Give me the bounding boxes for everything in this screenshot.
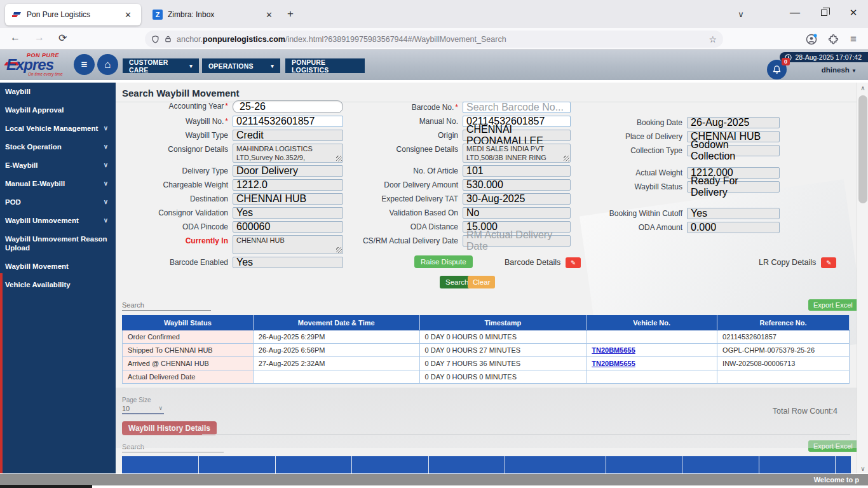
movement-table-search[interactable] bbox=[122, 299, 211, 311]
field-no-of-article[interactable]: 101 bbox=[463, 165, 571, 177]
chevron-down-icon: ∨ bbox=[104, 124, 111, 132]
export-excel-button-history[interactable]: Export Excel bbox=[808, 440, 857, 452]
column-header-vehicle-no[interactable]: Vehicle No. bbox=[587, 316, 717, 330]
column-header-movement-date-time[interactable]: Movement Date & Time bbox=[253, 316, 419, 330]
nav-ponpure-logistics[interactable]: PONPURE LOGISTICS bbox=[285, 58, 365, 73]
export-excel-button[interactable]: Export Excel bbox=[808, 299, 857, 311]
field-cs-rm-actual-delivery-date[interactable]: RM Actual Delivery Date bbox=[463, 235, 571, 247]
label-consignee-details: Consignee Details bbox=[356, 144, 463, 154]
field-waybill-type[interactable]: Credit bbox=[233, 130, 343, 141]
page-scrollbar[interactable]: ∧ ∨ bbox=[857, 83, 868, 473]
field-destination[interactable]: CHENNAI HUB bbox=[233, 193, 343, 205]
forward-icon[interactable]: → bbox=[34, 32, 44, 43]
shield-icon[interactable] bbox=[151, 35, 159, 44]
history-column-header bbox=[836, 456, 851, 473]
column-header-reference-no[interactable]: Reference No. bbox=[717, 316, 850, 330]
field-currently-in[interactable]: CHENNAI HUB bbox=[233, 235, 343, 254]
notification-bell-icon[interactable]: 0 bbox=[767, 60, 787, 79]
field-validation-based-on[interactable]: No bbox=[463, 207, 571, 219]
scroll-down-icon[interactable]: ∨ bbox=[857, 463, 868, 473]
tab-zimbra-inbox[interactable]: Z Zimbra: Inbox ✕ bbox=[146, 4, 282, 25]
clear-button[interactable]: Clear bbox=[468, 276, 495, 288]
scrollbar-thumb[interactable] bbox=[858, 95, 867, 203]
field-waybill-no[interactable]: 02114532601857 bbox=[233, 116, 343, 127]
window-restore-button[interactable] bbox=[810, 0, 839, 25]
field-accounting-year[interactable]: 25-26 bbox=[233, 100, 343, 113]
sidebar-item-local-vehicle-management[interactable]: Local Vehicle Management∨ bbox=[0, 119, 116, 138]
table-row: Shipped To CHENNAI HUB26-Aug-2025 6:56PM… bbox=[123, 344, 850, 357]
scroll-up-icon[interactable]: ∧ bbox=[857, 83, 868, 93]
page-size-select[interactable]: 10∨ bbox=[122, 403, 164, 414]
history-column-header bbox=[505, 456, 606, 473]
sidebar-item-manual-e-waybill[interactable]: Manual E-Waybill∨ bbox=[0, 175, 116, 193]
sidebar-item-waybill-unmovement-reason-upload[interactable]: Waybill Unmovement Reason Upload bbox=[0, 230, 116, 258]
sidebar-item-e-waybill[interactable]: E-Waybill∨ bbox=[0, 156, 116, 175]
field-expected-delivery-tat[interactable]: 30-Aug-2025 bbox=[463, 193, 571, 205]
sidebar-item-stock-operation[interactable]: Stock Operation∨ bbox=[0, 138, 116, 156]
nav-operations[interactable]: OPERATIONS▾ bbox=[202, 58, 280, 73]
label-cs-rm-actual-delivery-date: CS/RM Actual Delivery Date bbox=[356, 235, 463, 245]
barcode-details-edit-icon[interactable]: ✎ bbox=[566, 257, 581, 268]
sidebar-item-pod[interactable]: POD∨ bbox=[0, 193, 116, 212]
raise-dispute-button[interactable]: Raise Dispute bbox=[414, 255, 473, 268]
column-header-timestamp[interactable]: Timestamp bbox=[419, 316, 587, 330]
bookmark-star-icon[interactable]: ☆ bbox=[709, 34, 717, 44]
field-consignor-validation[interactable]: Yes bbox=[233, 207, 343, 219]
field-collection-type[interactable]: Godown Collection bbox=[687, 145, 780, 156]
field-chargeable-weight[interactable]: 1212.0 bbox=[233, 179, 343, 191]
column-header-waybill-status[interactable]: Waybill Status bbox=[123, 316, 254, 330]
tab-list-chevron-icon[interactable]: ∨ bbox=[728, 1, 754, 27]
tab-pon-pure-logistics[interactable]: Pon Pure Logistics ✕ bbox=[5, 4, 141, 25]
tab-title: Pon Pure Logistics bbox=[27, 10, 121, 19]
ponpure-favicon-icon bbox=[11, 10, 22, 20]
field-booking-date[interactable]: 26-Aug-2025 bbox=[687, 117, 780, 128]
label-origin: Origin bbox=[356, 130, 463, 140]
field-door-delivery-amount[interactable]: 530.000 bbox=[463, 179, 571, 191]
label-actual-weight: Actual Weight bbox=[575, 167, 687, 177]
sidebar-item-waybill-movement[interactable]: Waybill Movement bbox=[0, 257, 116, 276]
extensions-puzzle-icon[interactable] bbox=[824, 30, 843, 48]
lr-copy-details-edit-icon[interactable]: ✎ bbox=[821, 257, 836, 268]
menu-hamburger-icon[interactable]: ≡ bbox=[844, 30, 863, 48]
user-menu[interactable]: dhinesh ▼ bbox=[822, 66, 857, 74]
tab-close-icon[interactable]: ✕ bbox=[262, 9, 276, 21]
field-consignee-details[interactable]: MEDI SALES INDIA PVT LTD,508/3B INNER RI… bbox=[463, 144, 571, 163]
field-waybill-status[interactable]: Ready For Delivery bbox=[687, 181, 780, 193]
lock-icon[interactable] bbox=[165, 35, 172, 43]
profile-icon[interactable] bbox=[802, 30, 821, 48]
vehicle-link[interactable]: TN20BM5655 bbox=[592, 346, 635, 354]
chevron-down-icon: ▼ bbox=[851, 68, 857, 74]
vehicle-link[interactable]: TN20BM5655 bbox=[592, 360, 635, 367]
ponpure-express-logo: PON PURE Expres On time every time bbox=[5, 52, 72, 78]
field-consignor-details[interactable]: MAHINDRA LOGISTICS LTD,Survey No.352/9, … bbox=[233, 144, 343, 163]
field-origin[interactable]: CHENNAI POONAMALLEE bbox=[463, 130, 571, 141]
url-bar[interactable]: anchor.ponpurelogistics.com/index.html?6… bbox=[145, 30, 723, 48]
sidebar-item-waybill-unmovement[interactable]: Waybill Unmovement∨ bbox=[0, 212, 116, 230]
nav-customer-care[interactable]: CUSTOMER CARE▾ bbox=[123, 58, 199, 73]
history-table-search[interactable] bbox=[122, 440, 224, 452]
field-delivery-type[interactable]: Door Delivery bbox=[233, 165, 343, 177]
label-validation-based-on: Validation Based On bbox=[356, 207, 463, 217]
chevron-down-icon: ∨ bbox=[104, 198, 111, 206]
waybill-history-details-button[interactable]: Waybill History Details bbox=[122, 421, 217, 435]
field-oda-pincode[interactable]: 600060 bbox=[233, 221, 343, 233]
home-icon[interactable]: ⌂ bbox=[97, 54, 118, 75]
tab-close-icon[interactable]: ✕ bbox=[121, 9, 135, 21]
sidebar-item-waybill[interactable]: Waybill bbox=[0, 83, 116, 101]
movement-table: Waybill StatusMovement Date & TimeTimest… bbox=[122, 315, 850, 384]
sidebar-item-waybill-approval[interactable]: Waybill Approval bbox=[0, 101, 116, 119]
field-barcode-no[interactable]: Search Barcode No... bbox=[463, 102, 571, 113]
back-icon[interactable]: ← bbox=[10, 32, 20, 43]
window-close-button[interactable]: ✕ bbox=[839, 0, 868, 25]
reload-icon[interactable]: ⟳ bbox=[58, 32, 67, 44]
field-booking-within-cutoff[interactable]: Yes bbox=[687, 208, 780, 219]
field-barcode-enabled[interactable]: Yes bbox=[233, 257, 343, 268]
app-hamburger-icon[interactable]: ≡ bbox=[74, 54, 95, 75]
lr-copy-details: LR Copy Details✎ bbox=[759, 256, 836, 268]
window-minimize-button[interactable]: — bbox=[780, 0, 810, 25]
screen: Pon Pure Logistics ✕ Z Zimbra: Inbox ✕ +… bbox=[0, 0, 868, 488]
history-column-header bbox=[606, 456, 682, 473]
field-oda-amount[interactable]: 0.000 bbox=[687, 222, 780, 233]
new-tab-button[interactable]: + bbox=[287, 8, 294, 20]
sidebar-item-vehicle-availability[interactable]: Vehicle Availability bbox=[0, 276, 116, 294]
